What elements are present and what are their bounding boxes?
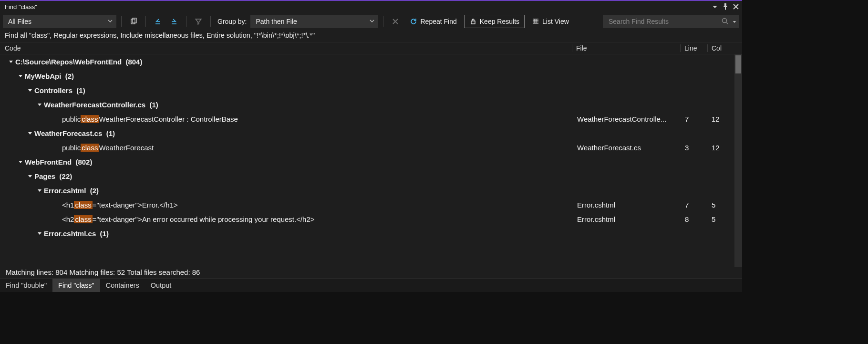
tab-find-class[interactable]: Find "class" xyxy=(52,279,100,292)
list-view-label: List View xyxy=(542,18,569,25)
chevron-down-icon[interactable] xyxy=(733,18,736,25)
group-label: Pages xyxy=(34,172,55,180)
copy-icon[interactable] xyxy=(126,15,141,28)
group-label: Error.cshtml xyxy=(44,187,86,195)
code-pre: <h1 xyxy=(62,201,74,209)
group-row-mywebapi[interactable]: MyWebApi (2) xyxy=(0,69,734,83)
expander-icon[interactable] xyxy=(17,158,24,165)
search-results-input[interactable] xyxy=(603,15,739,28)
result-file: Error.cshtml xyxy=(573,215,681,223)
results-area: C:\Source\Repos\WebFrontEnd (804) MyWebA… xyxy=(0,54,742,267)
expander-icon[interactable] xyxy=(8,58,14,65)
repeat-find-button[interactable]: Repeat Find xyxy=(404,15,462,28)
code-post: ="text-danger">Error.</h1> xyxy=(93,201,178,209)
group-count: (1) xyxy=(100,229,109,238)
find-results-panel: Find "class" All Files xyxy=(0,0,742,292)
group-row-wf-file[interactable]: WeatherForecast.cs (1) xyxy=(0,126,734,140)
pin-icon[interactable] xyxy=(721,2,730,11)
group-count: (2) xyxy=(90,187,99,195)
result-row[interactable]: <h2 class="text-danger">An error occurre… xyxy=(0,212,734,226)
group-count: (1) xyxy=(76,86,85,94)
search-icon[interactable] xyxy=(721,17,729,26)
scrollbar-thumb[interactable] xyxy=(735,55,741,73)
result-row[interactable]: public class WeatherForecastController :… xyxy=(0,112,734,126)
group-by-combo[interactable]: Path then File xyxy=(250,15,378,28)
result-col: 5 xyxy=(708,201,734,209)
next-match-icon[interactable] xyxy=(167,15,181,28)
group-row-error-cshtml-cs[interactable]: Error.cshtml.cs (1) xyxy=(0,226,734,240)
match-highlight: class xyxy=(81,144,99,152)
group-row-root[interactable]: C:\Source\Repos\WebFrontEnd (804) xyxy=(0,54,734,69)
previous-match-icon[interactable] xyxy=(151,15,165,28)
code-pre: public xyxy=(62,115,81,123)
column-header-col[interactable]: Col xyxy=(707,44,734,52)
code-pre: public xyxy=(62,144,81,152)
group-label: WeatherForecastController.cs xyxy=(44,101,145,109)
group-row-controllers[interactable]: Controllers (1) xyxy=(0,83,734,97)
group-row-pages[interactable]: Pages (22) xyxy=(0,169,734,183)
list-view-button[interactable]: List View xyxy=(527,15,574,28)
scope-combo[interactable]: All Files xyxy=(3,15,116,28)
group-label: Controllers xyxy=(34,86,72,94)
chevron-down-icon xyxy=(107,18,113,25)
separator xyxy=(383,16,383,27)
column-header-line[interactable]: Line xyxy=(680,44,707,52)
chevron-down-icon xyxy=(369,18,375,25)
result-row[interactable]: <h1 class="text-danger">Error.</h1> Erro… xyxy=(0,198,734,212)
stop-icon[interactable] xyxy=(388,15,403,28)
expander-icon[interactable] xyxy=(27,87,33,94)
window-menu-icon[interactable] xyxy=(711,2,719,11)
result-row[interactable]: public class WeatherForecast WeatherFore… xyxy=(0,140,734,155)
group-label: Error.cshtml.cs xyxy=(44,229,96,238)
result-file: WeatherForecastControlle... xyxy=(573,115,681,123)
group-label: MyWebApi xyxy=(25,72,61,80)
tab-containers[interactable]: Containers xyxy=(100,279,145,292)
column-header-file[interactable]: File xyxy=(572,44,680,52)
group-label: C:\Source\Repos\WebFrontEnd xyxy=(15,58,122,66)
clear-filter-icon[interactable] xyxy=(191,15,206,28)
group-row-error-cshtml[interactable]: Error.cshtml (2) xyxy=(0,183,734,198)
toolbar: All Files Group by: Path then File xyxy=(0,12,742,31)
expander-icon[interactable] xyxy=(36,187,43,194)
group-count: (1) xyxy=(149,101,158,109)
query-summary: Find all "class", Regular expressions, I… xyxy=(0,31,742,42)
close-icon[interactable] xyxy=(732,2,740,11)
search-field[interactable] xyxy=(608,17,717,26)
expander-icon[interactable] xyxy=(36,101,43,108)
vertical-scrollbar[interactable] xyxy=(734,54,742,267)
svg-rect-2 xyxy=(471,21,475,24)
result-col: 12 xyxy=(708,144,734,152)
result-file: Error.cshtml xyxy=(573,201,681,209)
result-line: 7 xyxy=(681,115,708,123)
expander-icon[interactable] xyxy=(27,173,33,179)
match-highlight: class xyxy=(74,215,92,223)
group-row-wfc-file[interactable]: WeatherForecastController.cs (1) xyxy=(0,97,734,112)
separator xyxy=(210,16,211,27)
match-highlight: class xyxy=(74,201,92,209)
result-line: 8 xyxy=(681,215,708,223)
group-count: (1) xyxy=(106,129,115,137)
separator xyxy=(145,16,146,27)
expander-icon[interactable] xyxy=(36,230,43,237)
tab-find-double[interactable]: Find "double" xyxy=(0,279,52,292)
result-line: 7 xyxy=(681,201,708,209)
keep-results-button[interactable]: Keep Results xyxy=(464,15,525,28)
group-label: WeatherForecast.cs xyxy=(34,129,102,137)
expander-icon[interactable] xyxy=(27,130,33,136)
lock-icon xyxy=(469,18,477,25)
column-header-code[interactable]: Code xyxy=(0,44,572,52)
results-tree[interactable]: C:\Source\Repos\WebFrontEnd (804) MyWebA… xyxy=(0,54,734,267)
titlebar-grip[interactable] xyxy=(42,4,706,9)
tab-output[interactable]: Output xyxy=(145,279,177,292)
expander-icon[interactable] xyxy=(17,73,24,79)
group-row-webfrontend[interactable]: WebFrontEnd (802) xyxy=(0,155,734,169)
group-label: WebFrontEnd xyxy=(25,158,72,166)
separator xyxy=(186,16,186,27)
group-count: (804) xyxy=(125,58,142,66)
result-col: 5 xyxy=(708,215,734,223)
column-headers: Code File Line Col xyxy=(0,42,742,54)
group-by-label: Group by: xyxy=(216,18,248,25)
code-pre: <h2 xyxy=(62,215,74,223)
result-line: 3 xyxy=(681,144,708,152)
group-count: (2) xyxy=(65,72,74,80)
